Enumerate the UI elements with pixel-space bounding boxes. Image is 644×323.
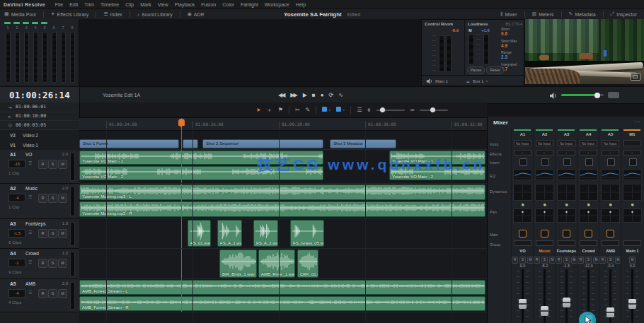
insert-button[interactable] xyxy=(519,158,527,166)
record-arm-button[interactable]: R xyxy=(38,259,47,268)
solo-button[interactable]: S xyxy=(585,257,592,264)
solo-button[interactable]: S xyxy=(563,257,570,264)
insert-button[interactable] xyxy=(585,158,593,166)
fader-knob[interactable] xyxy=(628,299,636,309)
track-header-v2[interactable]: V2Video 2 xyxy=(0,130,79,141)
link-clips-button[interactable]: ∞ xyxy=(410,107,415,113)
group-slot[interactable] xyxy=(602,240,619,246)
pan-graph[interactable] xyxy=(601,209,620,223)
effects-slot[interactable]: – xyxy=(514,150,531,155)
eq-graph[interactable] xyxy=(623,169,642,180)
mute-button[interactable]: M xyxy=(58,259,67,268)
solo-button[interactable]: S xyxy=(48,229,57,238)
video-clip[interactable]: Shot 1 Forest xyxy=(79,139,179,148)
chevron-down-icon[interactable]: ˅ xyxy=(485,79,488,83)
strip-track-name[interactable]: Footsteps xyxy=(556,249,577,253)
pan-graph[interactable] xyxy=(513,209,532,223)
video-clip[interactable]: Shot 2 Sequence xyxy=(202,139,323,148)
menu-item-timeline[interactable]: Timeline xyxy=(100,2,119,7)
menu-item-color[interactable]: Color xyxy=(222,2,234,7)
main-bus-assign-button[interactable] xyxy=(519,230,527,237)
mixer-button[interactable]: ⫼Mixer xyxy=(496,9,521,19)
stop-button[interactable]: ■ xyxy=(312,92,314,98)
eq-graph[interactable] xyxy=(579,169,598,180)
clip-color-button[interactable]: ˅ xyxy=(322,107,330,113)
effects-slot[interactable]: – xyxy=(580,150,597,155)
draw-button[interactable]: ✎ xyxy=(306,107,311,113)
record-arm-button[interactable]: R xyxy=(38,289,47,298)
solo-button[interactable]: S xyxy=(48,289,57,298)
input-selector[interactable] xyxy=(623,140,641,146)
metadata-button[interactable]: ✎Metadata xyxy=(565,9,600,19)
meters-button[interactable]: ▥Meters xyxy=(528,9,558,19)
track-gain-value[interactable]: -1 xyxy=(8,259,25,267)
effects-slot[interactable]: – xyxy=(602,150,619,155)
menu-item-view[interactable]: View xyxy=(158,2,168,7)
menu-item-help[interactable]: Help xyxy=(296,2,306,7)
dynamics-graph[interactable] xyxy=(579,184,598,201)
track-header-v1[interactable]: V1Video 1 xyxy=(0,140,79,151)
dynamics-graph[interactable] xyxy=(513,184,532,201)
fast-forward-button[interactable]: ▶▶ xyxy=(290,92,296,98)
fader-knob[interactable] xyxy=(519,299,527,309)
strip-track-name[interactable]: Main 1 xyxy=(621,249,643,253)
audio-clip[interactable]: CRK_01.wav xyxy=(297,249,318,278)
solo-button[interactable]: S xyxy=(541,257,548,264)
scrub-audio-button[interactable]: ∿ xyxy=(338,92,342,98)
audio-clip[interactable]: AMB_Forest_Stream - L xyxy=(79,280,485,295)
index-button[interactable]: ☰Index xyxy=(99,9,126,19)
menu-item-mark[interactable]: Mark xyxy=(140,2,151,7)
strip-track-name[interactable]: Crowd xyxy=(577,249,599,253)
group-slot[interactable] xyxy=(623,240,641,246)
audio-clip[interactable]: AMB_Forest_Stream - R xyxy=(79,296,485,311)
lock-icon[interactable]: ☰ xyxy=(28,259,32,264)
menu-item-edit[interactable]: Edit xyxy=(69,2,78,7)
effects-slot[interactable]: – xyxy=(558,150,575,155)
track-header-a1[interactable]: A1VO2.0-15☰RSM1 Clip xyxy=(0,150,79,184)
flag-button[interactable]: ⚑ xyxy=(278,107,283,113)
mute-button[interactable]: M xyxy=(58,194,67,203)
timeline-name[interactable]: Yosemite Edit 1A xyxy=(103,87,140,103)
waveform-view-button[interactable]: ¢ xyxy=(367,107,370,113)
audio-clip[interactable]: FS_A_2.wav xyxy=(253,220,278,247)
zoom-slider-v[interactable] xyxy=(420,110,448,111)
mute-button[interactable]: M xyxy=(58,160,67,169)
group-slot[interactable] xyxy=(536,240,553,246)
zoom-slider-h[interactable] xyxy=(376,110,405,111)
menu-item-clip[interactable]: Clip xyxy=(125,2,134,7)
video-clip[interactable] xyxy=(183,139,198,148)
expand-icon[interactable] xyxy=(631,73,640,81)
eq-graph[interactable] xyxy=(601,169,620,180)
fader-track[interactable] xyxy=(631,269,633,323)
record-arm-button[interactable]: R xyxy=(38,229,47,238)
rewind-button[interactable]: ◀◀ xyxy=(278,92,284,98)
video-clip[interactable]: Shot 3 Meadow xyxy=(330,139,396,148)
flag-color-button[interactable]: ˅ xyxy=(336,107,345,113)
pan-graph[interactable] xyxy=(557,209,576,223)
slider-knob[interactable] xyxy=(430,107,435,112)
eq-graph[interactable] xyxy=(535,169,554,180)
audio-clip[interactable]: FS_01.wav xyxy=(188,220,211,247)
monitor-source[interactable]: Main 1 xyxy=(435,79,448,83)
menu-item-file[interactable]: File xyxy=(55,2,63,7)
group-slot[interactable] xyxy=(514,240,531,246)
effects-slot[interactable]: – xyxy=(623,150,641,155)
dynamics-graph[interactable] xyxy=(601,184,620,201)
timeline[interactable]: 01:00:24:0001:00:26:0001:00:28:0001:00:3… xyxy=(79,118,487,323)
record-arm-button[interactable]: R xyxy=(38,194,47,203)
pause-button[interactable]: Pause xyxy=(467,66,485,74)
input-selector[interactable]: No Input xyxy=(514,140,531,146)
fader-knob[interactable] xyxy=(563,298,570,307)
fader-knob[interactable] xyxy=(541,306,548,316)
pan-graph[interactable] xyxy=(579,209,598,223)
inspector-button[interactable]: ⤢Inspector xyxy=(606,9,641,19)
track-height-button[interactable]: ☰ xyxy=(357,107,362,113)
loop-button[interactable]: ⟳ xyxy=(328,92,332,98)
insert-button[interactable] xyxy=(629,158,637,166)
lock-icon[interactable]: ☰ xyxy=(28,194,32,199)
menu-item-workspace[interactable]: Workspace xyxy=(265,2,289,7)
solo-button[interactable]: S xyxy=(48,194,57,203)
record-arm-button[interactable]: R xyxy=(599,257,606,264)
adr-button[interactable]: ◉ADR xyxy=(183,9,209,19)
eq-graph[interactable] xyxy=(513,169,532,180)
